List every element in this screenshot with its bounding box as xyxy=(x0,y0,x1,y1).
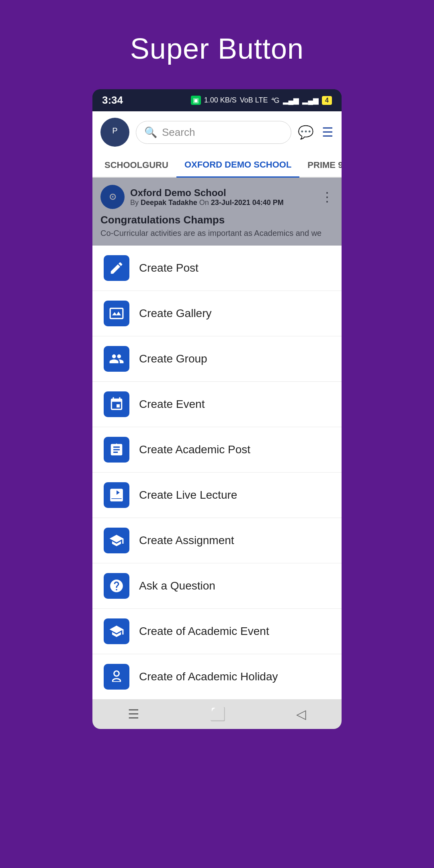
status-icons: ▣ 1.00 KB/S VoB LTE ⁴G ▂▄▆ ▂▄▆ 4 xyxy=(191,96,332,105)
ask-question-icon xyxy=(104,573,129,599)
tabs-bar: SCHOOLGURU OXFORD DEMO SCHOOL PRIME 99 xyxy=(92,153,342,178)
menu-item-create-gallery[interactable]: Create Gallery xyxy=(92,291,342,336)
menu-item-create-academic-holiday[interactable]: Create of Academic Holiday xyxy=(92,654,342,699)
battery-icon: 4 xyxy=(322,96,332,105)
menu-item-create-post[interactable]: Create Post xyxy=(92,246,342,291)
post-author: Deepak Tadakhe xyxy=(141,199,197,207)
data-speed: 1.00 KB/S xyxy=(204,96,237,104)
chat-icon[interactable]: 💬 xyxy=(298,125,314,140)
post-school-name: Oxford Demo School xyxy=(130,187,315,199)
create-academic-event-icon xyxy=(104,618,129,644)
hamburger-icon[interactable]: ☰ xyxy=(322,125,334,140)
create-academic-post-icon xyxy=(104,437,129,463)
ask-question-label: Ask a Question xyxy=(139,579,215,592)
signal-bars: ▂▄▆ xyxy=(283,96,299,105)
tab-prime99[interactable]: PRIME 99 xyxy=(299,154,342,177)
menu-item-create-assignment[interactable]: Create Assignment xyxy=(92,518,342,563)
menu-item-create-event[interactable]: Create Event xyxy=(92,382,342,427)
post-info: Oxford Demo School By Deepak Tadakhe On … xyxy=(130,187,315,207)
menu-item-create-academic-event[interactable]: Create of Academic Event xyxy=(92,609,342,654)
menu-item-create-group[interactable]: Create Group xyxy=(92,336,342,382)
post-header: ⊙ Oxford Demo School By Deepak Tadakhe O… xyxy=(100,185,334,209)
network-type: ⁴G xyxy=(271,96,280,105)
svg-text:P: P xyxy=(112,126,117,135)
status-time: 3:34 xyxy=(102,94,123,106)
create-group-label: Create Group xyxy=(139,352,207,365)
post-more-icon[interactable]: ⋮ xyxy=(321,189,334,205)
school-avatar: ⊙ xyxy=(100,185,125,209)
create-assignment-icon xyxy=(104,528,129,553)
create-academic-event-label: Create of Academic Event xyxy=(139,625,269,638)
signal-bars-2: ▂▄▆ xyxy=(302,96,319,105)
post-text: Co-Curricular activities are as importan… xyxy=(100,229,334,238)
create-event-icon xyxy=(104,391,129,417)
search-placeholder: Search xyxy=(162,126,195,139)
app-header: P 🔍 Search 💬 ☰ xyxy=(92,111,342,153)
network-label: VoB LTE xyxy=(240,96,268,104)
status-bar: 3:34 ▣ 1.00 KB/S VoB LTE ⁴G ▂▄▆ ▂▄▆ 4 xyxy=(92,89,342,111)
avatar: P xyxy=(100,118,129,147)
create-gallery-icon xyxy=(104,301,129,326)
menu-list: Create Post Create Gallery Create Group … xyxy=(92,246,342,699)
menu-item-ask-question[interactable]: Ask a Question xyxy=(92,563,342,609)
create-post-label: Create Post xyxy=(139,262,199,274)
header-icons: 💬 ☰ xyxy=(298,125,334,140)
nav-back-icon[interactable]: ◁ xyxy=(296,706,306,722)
menu-item-create-academic-post[interactable]: Create Academic Post xyxy=(92,427,342,473)
bottom-nav: ☰ ⬜ ◁ xyxy=(92,699,342,729)
page-title: Super Button xyxy=(130,32,304,65)
create-live-lecture-label: Create Live Lecture xyxy=(139,489,237,502)
post-title: Congratulations Champs xyxy=(100,214,334,226)
menu-item-create-live-lecture[interactable]: Create Live Lecture xyxy=(92,473,342,518)
app-icon: ▣ xyxy=(191,96,201,105)
phone-frame: 3:34 ▣ 1.00 KB/S VoB LTE ⁴G ▂▄▆ ▂▄▆ 4 P … xyxy=(92,89,342,729)
create-academic-holiday-label: Create of Academic Holiday xyxy=(139,670,278,683)
create-live-lecture-icon xyxy=(104,482,129,508)
create-group-icon xyxy=(104,346,129,372)
search-icon: 🔍 xyxy=(144,126,157,139)
nav-home-icon[interactable]: ⬜ xyxy=(210,706,226,722)
post-meta: By Deepak Tadakhe On 23-Jul-2021 04:40 P… xyxy=(130,199,315,207)
nav-menu-icon[interactable]: ☰ xyxy=(128,706,139,722)
tab-oxford[interactable]: OXFORD DEMO SCHOOL xyxy=(176,153,299,178)
create-gallery-label: Create Gallery xyxy=(139,307,212,320)
post-date: 23-Jul-2021 04:40 PM xyxy=(211,199,284,207)
create-assignment-label: Create Assignment xyxy=(139,534,234,547)
create-academic-post-label: Create Academic Post xyxy=(139,443,250,456)
tab-schoolguru[interactable]: SCHOOLGURU xyxy=(96,154,176,177)
search-bar[interactable]: 🔍 Search xyxy=(136,121,291,144)
create-academic-holiday-icon xyxy=(104,664,129,690)
create-post-icon xyxy=(104,255,129,281)
create-event-label: Create Event xyxy=(139,398,205,411)
post-card: ⊙ Oxford Demo School By Deepak Tadakhe O… xyxy=(92,178,342,246)
